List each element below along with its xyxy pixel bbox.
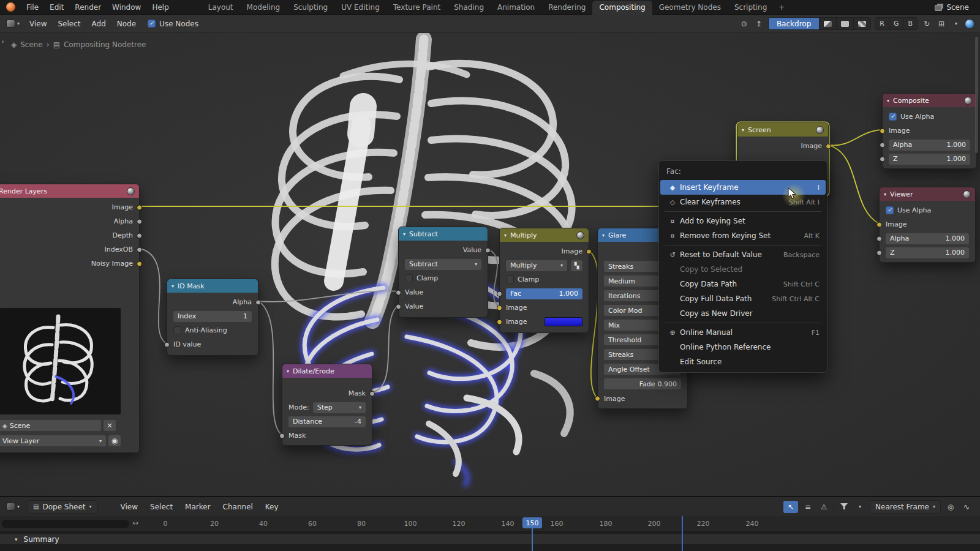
timeline-ruler[interactable]: ↔ 0 20 40 60 80 100 120 140 160 180 200 … [0, 516, 980, 531]
sidebar-toggle-icon[interactable]: › [1, 37, 4, 46]
node-dilate-erode[interactable]: ▾ Dilate/Erode Mask Mode: Step▾ Distance… [282, 364, 372, 446]
material-preview-sphere-icon[interactable] [965, 20, 974, 28]
channel-g-button[interactable]: G [889, 18, 904, 29]
channel-r-button[interactable]: R [875, 18, 889, 29]
menu-item-online-python-reference[interactable]: Online Python Reference [660, 340, 826, 354]
horizontal-scrollbar[interactable] [2, 520, 129, 528]
menu-item-add-keying-set[interactable]: ¤Add to Keying Set [660, 214, 826, 228]
collapse-icon[interactable]: ▾ [172, 283, 174, 289]
tab-sculpting[interactable]: Sculpting [287, 1, 334, 15]
node-multiply[interactable]: ▾ Multiply Image Multiply▾ ▚ Clamp Fac1.… [499, 228, 589, 333]
alpha-field[interactable]: Alpha1.000 [889, 140, 970, 151]
menu-help[interactable]: Help [146, 0, 174, 14]
snap-mode-dropdown[interactable]: Nearest Frame ▾ [870, 500, 941, 514]
editor-type-button[interactable]: ▾ [0, 503, 24, 511]
socket-image-input-1[interactable] [497, 305, 502, 310]
use-nodes-toggle[interactable]: ✓ Use Nodes [148, 20, 198, 28]
dope-sheet-mode-dropdown[interactable]: ▤ Dope Sheet ▾ [28, 500, 97, 514]
collapse-icon[interactable]: ▾ [742, 127, 744, 133]
socket-image-input[interactable] [595, 396, 600, 402]
node-render-layers[interactable]: ▾ Render Layers Image Alpha Depth IndexO… [0, 184, 140, 453]
vertical-scrollbar[interactable] [975, 37, 978, 153]
fade-slider[interactable]: Fade0.900 [604, 378, 681, 389]
socket-image-input[interactable] [880, 128, 885, 133]
socket-z-input[interactable] [880, 156, 885, 162]
menu-render[interactable]: Render [69, 0, 107, 14]
blender-logo-icon[interactable] [6, 2, 15, 12]
collapse-icon[interactable]: ▾ [504, 233, 507, 238]
tab-layout[interactable]: Layout [202, 1, 240, 15]
use-alpha-checkbox[interactable]: ✓ [886, 206, 894, 214]
scene-selector-topbar[interactable]: Scene [935, 3, 980, 12]
proportional-editing-icon[interactable]: ◎ [944, 501, 957, 513]
tab-compositing[interactable]: Compositing [592, 1, 652, 15]
collapse-icon[interactable]: ▾ [287, 369, 289, 374]
socket-value-input-1[interactable] [396, 290, 401, 295]
render-layer-button[interactable]: ◉ [108, 435, 121, 446]
clamp-checkbox[interactable] [405, 274, 413, 282]
socket-alpha-input[interactable] [880, 142, 885, 148]
backdrop-color-alpha-icon[interactable] [820, 18, 837, 29]
fac-slider[interactable]: Fac1.000 [506, 288, 582, 299]
alpha-field[interactable]: Alpha1.000 [886, 233, 969, 244]
menu-channel[interactable]: Channel [217, 503, 259, 511]
socket-fac-input[interactable] [497, 291, 502, 296]
texture-checker-button[interactable]: ▚ [571, 260, 582, 271]
collapse-icon[interactable]: ▾ [403, 231, 405, 237]
menu-select[interactable]: Select [53, 20, 86, 28]
node-subtract[interactable]: ▾ Subtract Value Subtract▾ Clamp Value V… [398, 227, 488, 318]
socket-noisy-image-output[interactable] [137, 261, 142, 266]
socket-alpha-output[interactable] [255, 299, 261, 305]
collapse-icon[interactable]: ▾ [884, 192, 886, 197]
use-alpha-checkbox[interactable]: ✓ [889, 113, 897, 121]
backdrop-color-icon[interactable] [837, 18, 854, 29]
socket-image-input-2[interactable] [497, 319, 502, 324]
add-workspace-button[interactable]: + [774, 1, 790, 15]
z-field[interactable]: Z1.000 [889, 154, 970, 165]
socket-value-output[interactable] [485, 247, 491, 253]
socket-mask-output[interactable] [369, 391, 375, 396]
clamp-checkbox[interactable] [506, 276, 514, 283]
socket-image-output[interactable] [586, 249, 592, 254]
menu-item-edit-source[interactable]: Edit Source [660, 354, 826, 369]
menu-edit[interactable]: Edit [44, 0, 69, 14]
menu-file[interactable]: File [21, 0, 44, 14]
menu-item-copy-as-new-driver[interactable]: Copy as New Driver [660, 306, 826, 321]
summary-channel-row[interactable]: ▾ Summary [0, 534, 980, 544]
breadcrumb-scene[interactable]: Scene [20, 40, 43, 49]
pin-icon[interactable]: ⊙ [739, 18, 750, 30]
menu-view[interactable]: View [24, 20, 52, 28]
backdrop-alpha-icon[interactable] [854, 18, 870, 29]
expand-triangle-icon[interactable]: ▾ [15, 536, 18, 542]
ease-wave-icon[interactable]: ∿ [960, 501, 973, 513]
channel-b-button[interactable]: B [903, 18, 917, 29]
menu-window[interactable]: Window [107, 0, 146, 14]
tab-modeling[interactable]: Modeling [240, 1, 287, 15]
mode-dropdown[interactable]: Step▾ [313, 402, 366, 413]
unlink-scene-button[interactable]: × [104, 420, 116, 431]
backdrop-toggle[interactable]: Backdrop [769, 18, 820, 29]
chevron-down-icon[interactable]: ▾ [854, 501, 866, 513]
menu-item-reset-default[interactable]: ↺Reset to Default ValueBackspace [660, 247, 826, 262]
editor-type-button[interactable]: ▾ [0, 20, 24, 28]
tab-rendering[interactable]: Rendering [541, 1, 592, 15]
socket-alpha-output[interactable] [137, 219, 142, 224]
menu-key[interactable]: Key [259, 503, 285, 511]
chevron-down-icon[interactable]: ▾ [951, 18, 962, 30]
tab-geometry-nodes[interactable]: Geometry Nodes [652, 1, 728, 15]
distance-field[interactable]: Distance-4 [288, 416, 366, 427]
anti-aliasing-checkbox[interactable] [173, 326, 181, 334]
menu-item-remove-keying-set[interactable]: ¤Remove from Keying SetAlt K [660, 228, 826, 243]
operation-dropdown[interactable]: Subtract▾ [405, 259, 481, 270]
tab-uv-editing[interactable]: UV Editing [334, 1, 386, 15]
socket-id-value-input[interactable] [164, 342, 170, 347]
menu-item-online-manual[interactable]: ⊕Online ManualF1 [660, 325, 826, 340]
tab-shading[interactable]: Shading [447, 1, 491, 15]
tab-texture-paint[interactable]: Texture Paint [386, 1, 447, 15]
menu-add[interactable]: Add [86, 20, 111, 28]
node-composite[interactable]: ▾ Composite ✓Use Alpha Image Alpha1.000 … [882, 93, 977, 169]
tab-animation[interactable]: Animation [491, 1, 541, 15]
node-viewer[interactable]: ▾ Viewer ✓Use Alpha Image Alpha1.000 Z1.… [879, 187, 976, 263]
link-to-parent-icon[interactable]: ↥ [753, 18, 764, 30]
socket-image-output[interactable] [137, 204, 142, 210]
